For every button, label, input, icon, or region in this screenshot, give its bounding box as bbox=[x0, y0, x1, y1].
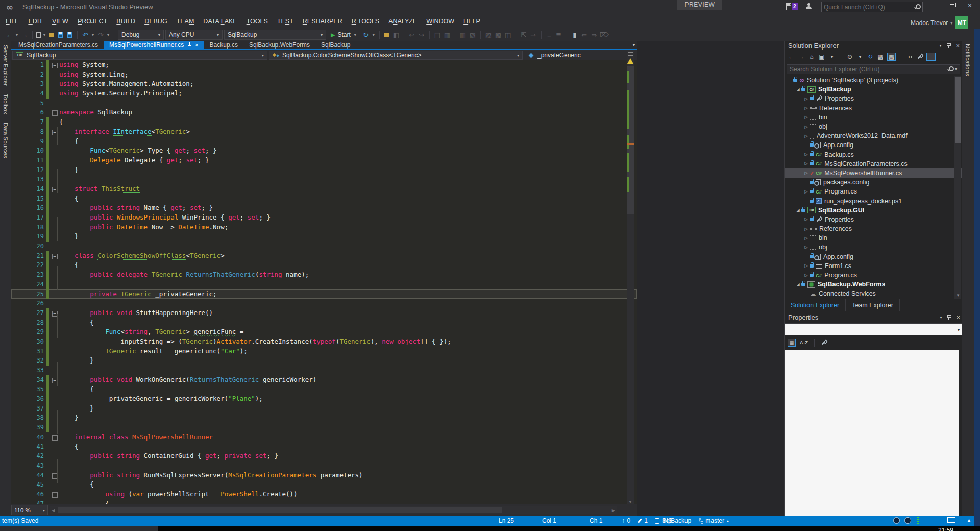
code-line-23[interactable]: 23 public delegate TGeneric ReturnsThatG… bbox=[11, 270, 637, 280]
fold-collapse-icon[interactable]: − bbox=[52, 130, 58, 135]
tree-item-run-sqlexpress-docker-ps1[interactable]: >run_sqlexpress_docker.ps1 bbox=[785, 196, 962, 205]
tree-item-bin[interactable]: ▷bin bbox=[785, 113, 962, 122]
fold-collapse-icon[interactable]: − bbox=[52, 492, 58, 498]
code-line-20[interactable]: 20 bbox=[11, 242, 637, 251]
select-tool-icon[interactable]: ⇱ bbox=[520, 31, 528, 39]
tree-scrollbar[interactable]: ▼ bbox=[954, 76, 961, 299]
status-line[interactable]: Ln 25 bbox=[499, 517, 514, 524]
horizontal-scrollbar[interactable]: ◀ ▶ bbox=[50, 506, 617, 514]
start-debugging-button[interactable]: ▶ Start ▾ bbox=[328, 31, 360, 38]
pin-icon[interactable] bbox=[947, 315, 951, 320]
code-line-27[interactable]: 27− public void StuffHappeningHere() bbox=[11, 308, 637, 318]
publish-icon[interactable]: ▦ bbox=[459, 31, 467, 39]
tree-scrollbar-thumb[interactable] bbox=[955, 77, 961, 143]
menu-test[interactable]: TEST bbox=[273, 16, 298, 27]
tree-item-properties[interactable]: ▷Properties bbox=[785, 94, 962, 103]
solution-platform-combo[interactable]: Any CPU▾ bbox=[165, 30, 223, 40]
tree-scroll-down-arrow[interactable]: ▼ bbox=[956, 293, 960, 298]
search-options-dropdown[interactable]: ▾ bbox=[955, 67, 957, 71]
code-line-6[interactable]: 6−namespace SqlBackup bbox=[11, 108, 637, 117]
scope-dropdown[interactable]: ▾ bbox=[828, 55, 836, 59]
code-line-14[interactable]: 14− struct ThisStruct bbox=[11, 184, 637, 194]
code-line-37[interactable]: 37 } bbox=[11, 404, 637, 414]
transact-sql-editor-icon[interactable]: ▨ bbox=[484, 31, 493, 39]
code-line-7[interactable]: 7{ bbox=[11, 117, 637, 127]
code-line-16[interactable]: 16 public string Name { get; set; } bbox=[11, 203, 637, 213]
account-button[interactable] bbox=[805, 3, 812, 11]
save-all-button[interactable] bbox=[67, 32, 72, 38]
alphabetical-sort-icon[interactable]: A↓Z bbox=[800, 340, 808, 345]
close-icon[interactable]: × bbox=[956, 312, 960, 322]
code-line-46[interactable]: 46− using (var powerShellScript = PowerS… bbox=[11, 490, 637, 499]
doc-tab-mssqlcreationparameters-cs[interactable]: MsSqlCreationParameters.cs bbox=[13, 41, 104, 49]
scroll-down-arrow[interactable]: ▼ bbox=[628, 500, 632, 504]
doc-tab-sqlbackup-webforms[interactable]: SqlBackup.WebForms bbox=[243, 41, 315, 49]
navigate-forward-button[interactable]: → bbox=[20, 31, 29, 39]
code-line-42[interactable]: 42 public string ContainerGuid { get; pr… bbox=[11, 451, 637, 461]
code-line-11[interactable]: 11 Delegate Delegate { get; set; } bbox=[11, 156, 637, 165]
panel-menu-icon[interactable]: ▾ bbox=[939, 41, 941, 51]
code-line-31[interactable]: 31 TGeneric result = genericFunc("Car"); bbox=[11, 347, 637, 356]
properties-wrench-icon[interactable] bbox=[917, 54, 923, 60]
code-line-24[interactable]: 24 bbox=[11, 280, 637, 289]
properties-header[interactable]: Properties ▾ × bbox=[785, 312, 962, 322]
pending-changes-filter-icon[interactable]: ⊙ bbox=[846, 53, 853, 60]
pending-changes-button[interactable]: 1 bbox=[638, 517, 648, 524]
tree-item-form1-cs[interactable]: ▷Form1.cs bbox=[785, 261, 962, 271]
expand-arrow-icon[interactable]: ▷ bbox=[803, 115, 810, 119]
home-icon[interactable]: ⌂ bbox=[808, 53, 815, 60]
expand-arrow-icon[interactable]: ▷ bbox=[803, 161, 810, 166]
feedback-frown-button[interactable] bbox=[904, 517, 911, 525]
solution-search-input[interactable] bbox=[790, 66, 947, 73]
pin-icon[interactable] bbox=[946, 43, 950, 49]
code-line-34[interactable]: 34− public void WorkOnGeneric(ReturnsTha… bbox=[11, 375, 637, 385]
redo-dropdown[interactable]: ▾ bbox=[106, 33, 110, 37]
step-over-icon[interactable]: ↪ bbox=[418, 31, 426, 39]
categorized-icon[interactable]: ▦ bbox=[788, 339, 796, 347]
startup-project-combo[interactable]: SqlBackup▾ bbox=[224, 30, 326, 40]
undo-button[interactable]: ↶ bbox=[81, 31, 89, 39]
generate-script-icon[interactable]: ▧ bbox=[469, 31, 477, 39]
code-line-13[interactable]: 13 bbox=[11, 175, 637, 184]
scroll-right-arrow[interactable]: ▶ bbox=[612, 508, 615, 513]
new-project-button[interactable] bbox=[36, 32, 41, 38]
word-wrap-icon[interactable]: ◫ bbox=[504, 31, 512, 39]
tab-notifications[interactable]: Notifications bbox=[965, 44, 971, 516]
code-line-8[interactable]: 8− interface IInterface<TGeneric> bbox=[11, 127, 637, 137]
status-expand-icon[interactable]: ▲ bbox=[967, 518, 971, 523]
feedback-smile-button[interactable] bbox=[893, 517, 900, 525]
collapse-arrow-icon[interactable]: ◢ bbox=[795, 208, 801, 212]
refresh-button[interactable]: ↻ bbox=[362, 31, 370, 39]
start-dropdown[interactable]: ▾ bbox=[353, 33, 357, 37]
tree-item-sqlbackup[interactable]: ◢C#SqlBackup bbox=[785, 85, 962, 94]
tab-team-explorer[interactable]: Team Explorer bbox=[846, 299, 900, 311]
code-line-32[interactable]: 32 } bbox=[11, 356, 637, 366]
expand-arrow-icon[interactable]: ▷ bbox=[803, 273, 810, 278]
menu-help[interactable]: HELP bbox=[459, 16, 485, 27]
properties-grid[interactable] bbox=[785, 350, 959, 516]
navigate-backward-button[interactable]: ← bbox=[5, 31, 13, 39]
fold-collapse-icon[interactable]: − bbox=[52, 473, 58, 479]
document-list-dropdown[interactable]: ▼ bbox=[632, 43, 636, 47]
tree-item-app-config[interactable]: App.config bbox=[785, 140, 962, 150]
new-project-dropdown[interactable]: ▾ bbox=[42, 33, 46, 37]
fold-collapse-icon[interactable]: − bbox=[52, 187, 58, 192]
undo-dropdown[interactable]: ▾ bbox=[91, 33, 95, 37]
fold-collapse-icon[interactable]: − bbox=[52, 254, 58, 259]
code-line-25[interactable]: 25 private TGeneric _privateGeneric; bbox=[11, 289, 637, 299]
menu-resharper[interactable]: RESHARPER bbox=[298, 16, 347, 27]
code-line-38[interactable]: 38 } bbox=[11, 413, 637, 423]
tree-item-program-cs[interactable]: ▷C#Program.cs bbox=[785, 187, 962, 196]
menu-debug[interactable]: DEBUG bbox=[140, 16, 172, 27]
schema-compare-icon[interactable]: ▥ bbox=[443, 31, 451, 39]
bookmark-icon[interactable]: ▮ bbox=[571, 31, 579, 39]
menu-edit[interactable]: EDIT bbox=[23, 16, 47, 27]
property-pages-icon[interactable] bbox=[821, 340, 827, 346]
doc-tab-mssqlpowershellrunner-cs[interactable]: MsSqlPowershellRunner.cs× bbox=[104, 41, 204, 49]
menu-file[interactable]: FILE bbox=[1, 16, 23, 27]
expand-arrow-icon[interactable]: ▷ bbox=[803, 227, 810, 231]
split-editor-grip[interactable] bbox=[628, 52, 633, 56]
fold-collapse-icon[interactable]: − bbox=[52, 435, 58, 441]
code-line-22[interactable]: 22 { bbox=[11, 260, 637, 270]
code-line-33[interactable]: 33 bbox=[11, 366, 637, 375]
